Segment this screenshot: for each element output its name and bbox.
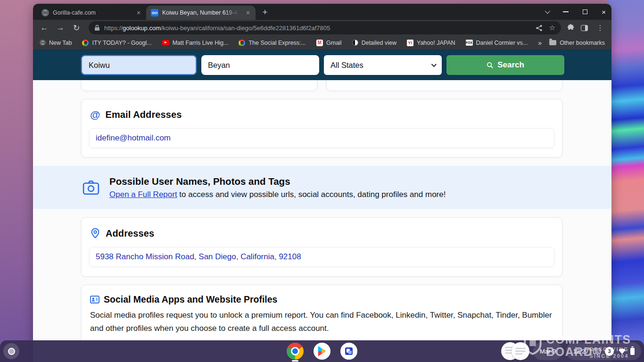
url-text: https://golookup.com/koiwu-beyan/califor… bbox=[104, 25, 330, 32]
bookmark-star-icon[interactable]: ☆ bbox=[549, 24, 555, 32]
bookmark-item[interactable]: Detailed view bbox=[352, 40, 396, 46]
web-page: All States Search @ bbox=[33, 50, 611, 362]
tab-close-icon[interactable]: × bbox=[244, 9, 252, 16]
bookmark-yahoo[interactable]: Y!Yahoo! JAPAN bbox=[407, 40, 455, 46]
bookmark-item[interactable]: ITY TODAY? - Googl... bbox=[82, 40, 151, 46]
extensions-icon[interactable] bbox=[567, 24, 575, 32]
play-store-icon bbox=[317, 346, 327, 356]
tab-strip: Gorilla-cafe.com × GO Koiwu Beyan, Numbe… bbox=[33, 4, 611, 20]
new-tab-button[interactable]: + bbox=[259, 7, 271, 17]
bookmark-gmail[interactable]: MGmail bbox=[316, 40, 342, 46]
tote-thumbnails[interactable] bbox=[501, 342, 529, 360]
share-icon[interactable] bbox=[536, 25, 543, 32]
active-app-indicator bbox=[292, 360, 298, 362]
section-title: Email Addresses bbox=[105, 109, 182, 120]
folder-icon bbox=[549, 40, 556, 45]
globe-icon bbox=[40, 40, 46, 46]
minimize-button[interactable] bbox=[563, 11, 569, 12]
bookmarks-overflow-button[interactable]: » bbox=[538, 39, 542, 47]
wifi-icon bbox=[618, 348, 626, 354]
launcher-button[interactable] bbox=[3, 343, 19, 359]
email-value[interactable]: idefine@hotmail.com bbox=[89, 128, 554, 148]
menu-dots-icon[interactable]: ⋮ bbox=[594, 21, 607, 34]
section-title: Social Media Apps and Website Profiles bbox=[104, 294, 277, 305]
yahoo-icon: Y! bbox=[407, 40, 413, 46]
address-value[interactable]: 5938 Rancho Mission Road, San Diego, Cal… bbox=[89, 247, 554, 267]
maximize-button[interactable] bbox=[583, 9, 587, 14]
truncated-card bbox=[326, 80, 562, 91]
desktop: Gorilla-cafe.com × GO Koiwu Beyan, Numbe… bbox=[0, 0, 644, 362]
gmail-icon: M bbox=[316, 40, 323, 46]
tab-golookup-active[interactable]: GO Koiwu Beyan, Number 619-471 × bbox=[146, 6, 256, 20]
map-pin-icon bbox=[90, 228, 100, 239]
screenshot-thumbnail[interactable] bbox=[512, 342, 529, 360]
notification-badge: 3 bbox=[605, 347, 614, 356]
fox-icon: FOX bbox=[466, 40, 473, 46]
at-sign-icon: @ bbox=[90, 110, 100, 120]
chrome-app-icon[interactable] bbox=[287, 343, 304, 360]
battery-icon bbox=[630, 348, 635, 355]
youtube-icon bbox=[162, 40, 169, 45]
browser-window: Gorilla-cafe.com × GO Koiwu Beyan, Numbe… bbox=[33, 4, 611, 362]
search-button[interactable]: Search bbox=[446, 55, 564, 75]
play-store-app-icon[interactable] bbox=[314, 343, 330, 360]
bookmark-new-tab[interactable]: New Tab bbox=[40, 40, 72, 46]
forward-button[interactable]: → bbox=[54, 21, 67, 34]
bookmark-item[interactable]: FOXDaniel Cormier vs... bbox=[466, 40, 528, 46]
date-label: Mar 9 bbox=[540, 348, 556, 355]
google-icon bbox=[82, 40, 89, 46]
usernames-section: Possible User Names, Photos and Tags Ope… bbox=[33, 166, 611, 209]
status-tray[interactable]: 12:27 3 bbox=[566, 342, 641, 360]
tab-title: Gorilla-cafe.com bbox=[53, 9, 131, 16]
open-full-report-link[interactable]: Open a Full Report bbox=[109, 190, 177, 199]
wallpaper bbox=[607, 0, 644, 362]
truncated-card bbox=[81, 80, 317, 91]
golookup-favicon-icon: GO bbox=[151, 9, 158, 16]
contrast-icon bbox=[352, 40, 358, 46]
search-header: All States Search bbox=[33, 50, 611, 80]
address-bar[interactable]: https://golookup.com/koiwu-beyan/califor… bbox=[89, 21, 561, 34]
files-app-icon[interactable] bbox=[340, 343, 357, 360]
globe-favicon-icon bbox=[41, 9, 49, 16]
tab-title: Koiwu Beyan, Number 619-471 bbox=[162, 9, 240, 16]
first-name-input[interactable] bbox=[81, 55, 197, 75]
section-title: Addresses bbox=[106, 228, 154, 239]
addresses-card: Addresses 5938 Rancho Mission Road, San … bbox=[81, 217, 562, 277]
lock-icon bbox=[94, 25, 100, 31]
window-close-button[interactable]: × bbox=[602, 8, 606, 16]
bookmark-item[interactable]: The Social Express:... bbox=[239, 40, 306, 46]
page-body: @ Email Addresses idefine@hotmail.com Po… bbox=[33, 80, 611, 362]
profile-card-icon bbox=[90, 295, 99, 304]
keyboard-icon bbox=[593, 348, 601, 354]
social-description: Social media profiles request you to unl… bbox=[82, 305, 562, 335]
bookmarks-bar: New Tab ITY TODAY? - Googl... Matt Farri… bbox=[33, 36, 611, 50]
tab-gorilla-cafe[interactable]: Gorilla-cafe.com × bbox=[37, 6, 146, 20]
state-select[interactable]: All States bbox=[324, 55, 442, 75]
files-icon bbox=[344, 346, 354, 356]
reload-button[interactable]: ↻ bbox=[70, 21, 83, 34]
tab-close-icon[interactable]: × bbox=[135, 9, 142, 16]
camera-icon bbox=[83, 180, 99, 196]
date-pill[interactable]: Mar 9 bbox=[533, 342, 563, 360]
tab-search-chevron-icon[interactable] bbox=[545, 8, 550, 14]
search-icon bbox=[487, 62, 494, 69]
other-bookmarks-button[interactable]: Other bookmarks bbox=[549, 40, 605, 46]
side-panel-icon[interactable] bbox=[578, 21, 591, 34]
shelf: Mar 9 12:27 3 bbox=[0, 340, 644, 362]
back-button[interactable]: ← bbox=[38, 21, 51, 34]
last-name-input[interactable] bbox=[201, 55, 319, 75]
email-addresses-card: @ Email Addresses idefine@hotmail.com bbox=[81, 99, 562, 157]
usernames-text: Open a Full Report to access and view po… bbox=[109, 190, 446, 199]
bookmark-item[interactable]: Matt Farris Live Hig... bbox=[162, 40, 229, 46]
clock-label: 12:27 bbox=[573, 348, 589, 355]
google-icon bbox=[239, 40, 245, 46]
browser-toolbar: ← → ↻ https://golookup.com/koiwu-beyan/c… bbox=[33, 20, 611, 36]
section-title: Possible User Names, Photos and Tags bbox=[109, 176, 446, 187]
chevron-down-icon bbox=[431, 62, 437, 67]
